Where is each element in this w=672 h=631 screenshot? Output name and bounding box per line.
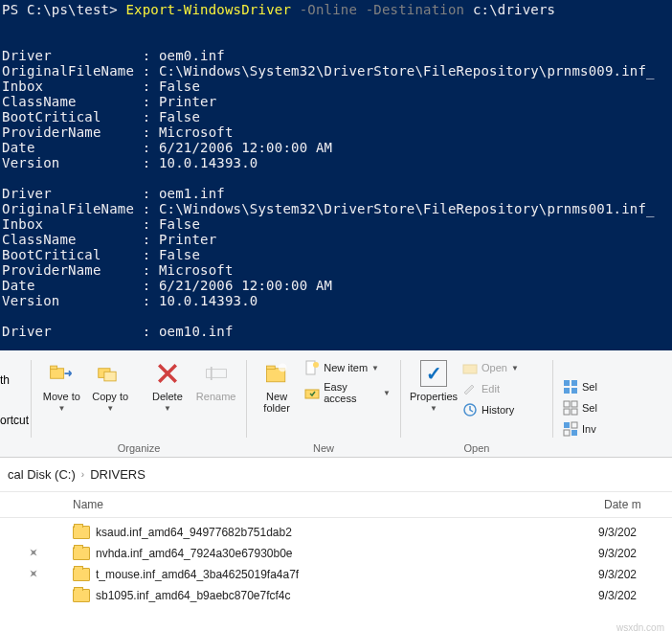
svg-rect-1	[51, 366, 57, 370]
powershell-terminal[interactable]: PS C:\ps\test> Export-WindowsDriver -Onl…	[0, 0, 672, 350]
svg-rect-12	[463, 365, 477, 373]
open-label: Open	[482, 362, 507, 373]
arg-path: c:\drivers	[473, 2, 555, 17]
properties-button[interactable]: ✓ Properties▼	[409, 356, 459, 413]
crumb-disk[interactable]: cal Disk (C:)	[8, 467, 76, 482]
svg-rect-7	[267, 366, 276, 370]
list-item[interactable]: ksaud.inf_amd64_94977682b751dab29/3/202	[25, 522, 672, 543]
list-item[interactable]: t_mouse.inf_amd64_3ba4625019fa4a7f9/3/20…	[25, 564, 672, 585]
label-driver: Driver : oem10.inf	[2, 324, 234, 339]
edit-button[interactable]: Edit	[459, 379, 545, 398]
new-item-button[interactable]: New item▼	[301, 358, 394, 377]
folder-icon	[73, 568, 90, 581]
easy-access-label: Easy access	[324, 381, 379, 404]
easy-access-button[interactable]: Easy access▼	[301, 379, 394, 406]
move-to-button[interactable]: Move to▼	[37, 356, 86, 413]
properties-label: Properties	[410, 391, 458, 402]
svg-rect-23	[571, 422, 577, 428]
svg-point-8	[279, 364, 287, 372]
rename-label: Rename	[196, 391, 236, 402]
svg-rect-11	[305, 390, 319, 398]
group-open: Open	[407, 442, 547, 457]
file-date: 9/3/202	[598, 547, 637, 560]
svg-rect-15	[571, 380, 577, 386]
folder-icon	[73, 589, 90, 602]
edit-label: Edit	[482, 383, 500, 394]
list-item[interactable]: nvhda.inf_amd64_7924a30e67930b0e9/3/202	[25, 543, 672, 564]
select-all-label: Sel	[582, 381, 597, 393]
svg-rect-9	[306, 361, 315, 374]
delete-label: Delete	[152, 391, 183, 402]
svg-rect-25	[571, 430, 577, 436]
ribbon: th ortcut Move to▼ Copy to▼ Delete▼	[0, 350, 672, 458]
flag-destination: -Destination	[366, 2, 465, 17]
pin-icon	[25, 569, 42, 580]
crumb-drivers[interactable]: DRIVERS	[90, 467, 146, 482]
file-name: ksaud.inf_amd64_94977682b751dab2	[96, 526, 598, 539]
new-folder-label: New folder	[255, 391, 299, 414]
list-item[interactable]: sb1095.inf_amd64_b9aebc870e7fcf4c9/3/202	[25, 585, 672, 606]
column-headers[interactable]: Name Date m	[0, 492, 672, 518]
select-all-button[interactable]: Sel	[559, 377, 645, 396]
group-organize: Organize	[37, 442, 240, 457]
delete-button[interactable]: Delete▼	[144, 356, 192, 413]
select-none-label: Sel	[582, 402, 597, 414]
history-label: History	[482, 404, 514, 416]
flag-online: -Online	[300, 2, 357, 17]
text-ortcut: ortcut	[0, 414, 29, 427]
select-none-button[interactable]: Sel	[559, 398, 645, 417]
svg-rect-4	[206, 370, 226, 378]
col-name[interactable]: Name	[73, 498, 604, 511]
new-item-label: New item	[324, 362, 368, 373]
chevron-right-icon: ›	[81, 469, 84, 480]
file-name: nvhda.inf_amd64_7924a30e67930b0e	[96, 547, 598, 560]
prompt: PS C:\ps\test>	[2, 2, 125, 17]
text-th: th	[0, 373, 29, 387]
file-date: 9/3/202	[598, 568, 637, 581]
copy-to-label: Copy to	[92, 391, 128, 402]
move-to-label: Move to	[43, 391, 80, 402]
svg-rect-3	[104, 372, 116, 381]
svg-rect-21	[571, 409, 577, 415]
invert-label: Inv	[582, 423, 596, 435]
copy-to-button[interactable]: Copy to▼	[86, 356, 135, 413]
svg-rect-19	[571, 401, 577, 407]
open-button[interactable]: Open▼	[459, 358, 545, 377]
svg-point-10	[313, 362, 319, 368]
command: Export-WindowsDriver	[125, 2, 291, 17]
svg-rect-17	[571, 388, 577, 394]
file-date: 9/3/202	[598, 589, 637, 602]
file-explorer: th ortcut Move to▼ Copy to▼ Delete▼	[0, 350, 672, 608]
pin-icon	[25, 548, 42, 559]
col-date[interactable]: Date m	[604, 498, 672, 511]
svg-rect-0	[51, 369, 64, 379]
folder-icon	[73, 526, 90, 539]
file-name: t_mouse.inf_amd64_3ba4625019fa4a7f	[96, 568, 598, 581]
folder-icon	[73, 547, 90, 560]
svg-rect-14	[564, 380, 570, 386]
leftcut-fragment: th ortcut	[0, 356, 31, 457]
svg-rect-22	[564, 422, 570, 428]
group-new: New	[253, 442, 394, 457]
svg-rect-18	[564, 401, 570, 407]
invert-selection-button[interactable]: Inv	[559, 419, 645, 439]
svg-rect-24	[564, 430, 570, 436]
new-folder-button[interactable]: New folder	[253, 356, 301, 414]
file-date: 9/3/202	[598, 526, 637, 539]
svg-rect-16	[564, 388, 570, 394]
file-name: sb1095.inf_amd64_b9aebc870e7fcf4c	[96, 589, 598, 602]
breadcrumb[interactable]: cal Disk (C:) › DRIVERS	[0, 458, 672, 492]
svg-rect-20	[564, 409, 570, 415]
rename-button[interactable]: Rename	[191, 356, 240, 402]
file-list: ksaud.inf_amd64_94977682b751dab29/3/202n…	[0, 518, 672, 608]
history-button[interactable]: History	[459, 400, 545, 419]
